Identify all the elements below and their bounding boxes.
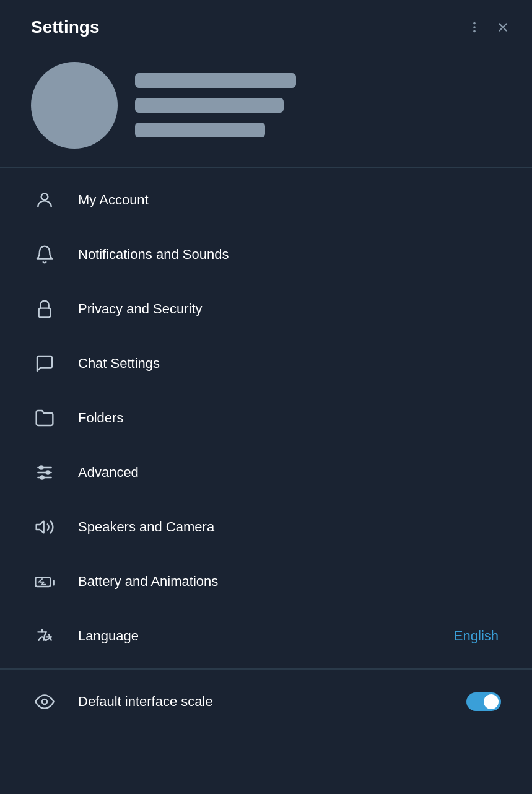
avatar [31,62,118,149]
more-icon [468,20,481,34]
sidebar-item-speakers-camera[interactable]: Speakers and Camera [0,500,532,554]
sidebar-item-advanced[interactable]: Advanced [0,445,532,500]
language-value: English [454,628,499,644]
sidebar-item-notifications[interactable]: Notifications and Sounds [0,227,532,282]
folders-label: Folders [78,410,501,426]
menu-list: My Account Notifications and Sounds Priv… [0,168,532,668]
svg-point-1 [473,26,476,28]
toggle-knob [484,694,499,709]
bell-icon [31,241,58,268]
svg-point-2 [473,30,476,33]
account-icon [31,186,58,214]
more-options-button[interactable] [465,18,484,37]
header-actions [465,18,512,37]
svg-point-11 [46,471,50,474]
svg-point-20 [42,699,47,704]
profile-info [135,73,501,137]
settings-panel: Settings [0,0,532,794]
svg-point-10 [40,466,43,469]
sidebar-item-privacy[interactable]: Privacy and Security [0,282,532,336]
interface-scale-label: Default interface scale [78,694,447,710]
profile-line-1 [135,73,296,88]
bottom-menu-list: Default interface scale [0,670,532,734]
chat-icon [31,350,58,377]
svg-point-12 [40,476,43,479]
sliders-icon [31,459,58,486]
sidebar-item-language[interactable]: Language English [0,609,532,663]
interface-scale-toggle[interactable] [466,692,501,711]
privacy-label: Privacy and Security [78,301,501,317]
svg-marker-13 [37,521,44,533]
sidebar-item-folders[interactable]: Folders [0,391,532,445]
battery-icon [31,568,58,595]
chat-settings-label: Chat Settings [78,356,501,372]
language-icon [31,622,58,650]
svg-rect-6 [39,308,51,318]
language-label: Language [78,628,434,644]
my-account-label: My Account [78,192,501,208]
folder-icon [31,404,58,432]
profile-line-3 [135,123,265,137]
page-title: Settings [31,17,99,37]
advanced-label: Advanced [78,465,501,481]
notifications-label: Notifications and Sounds [78,246,501,263]
profile-line-2 [135,98,284,113]
sidebar-item-my-account[interactable]: My Account [0,173,532,227]
close-button[interactable] [494,18,512,37]
battery-animations-label: Battery and Animations [78,574,501,590]
profile-section[interactable] [0,50,532,167]
svg-point-5 [41,193,48,200]
speaker-icon [31,513,58,541]
speakers-camera-label: Speakers and Camera [78,519,501,535]
sidebar-item-interface-scale[interactable]: Default interface scale [0,674,532,729]
lock-icon [31,295,58,323]
eye-icon [31,688,58,715]
svg-point-0 [473,22,476,25]
close-icon [496,20,510,34]
sidebar-item-battery-animations[interactable]: Battery and Animations [0,554,532,609]
header: Settings [0,0,532,50]
sidebar-item-chat-settings[interactable]: Chat Settings [0,336,532,391]
